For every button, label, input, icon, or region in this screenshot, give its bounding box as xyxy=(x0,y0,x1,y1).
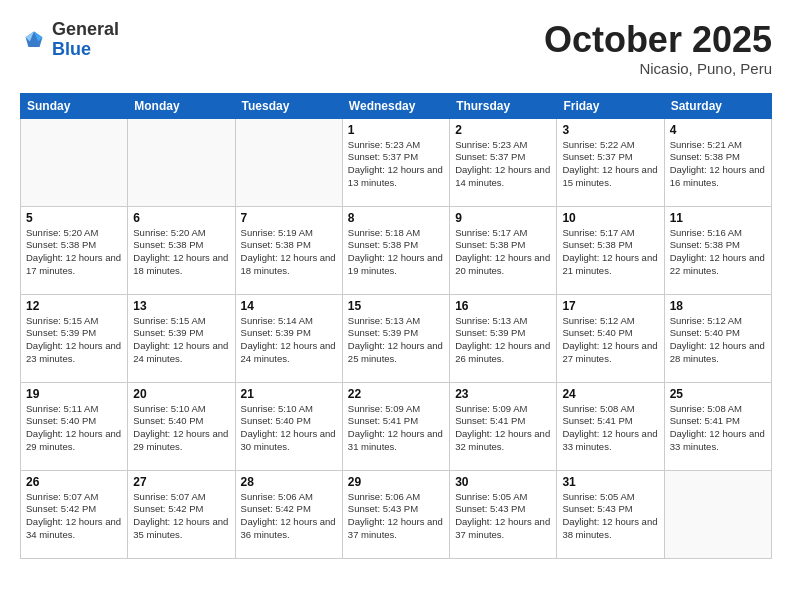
day-info: Sunrise: 5:22 AM Sunset: 5:37 PM Dayligh… xyxy=(562,139,658,190)
weekday-header-row: SundayMondayTuesdayWednesdayThursdayFrid… xyxy=(21,93,772,118)
day-cell-17: 17Sunrise: 5:12 AM Sunset: 5:40 PM Dayli… xyxy=(557,294,664,382)
day-info: Sunrise: 5:06 AM Sunset: 5:42 PM Dayligh… xyxy=(241,491,337,542)
day-info: Sunrise: 5:08 AM Sunset: 5:41 PM Dayligh… xyxy=(670,403,766,454)
day-info: Sunrise: 5:09 AM Sunset: 5:41 PM Dayligh… xyxy=(348,403,444,454)
day-number: 4 xyxy=(670,123,766,137)
day-cell-10: 10Sunrise: 5:17 AM Sunset: 5:38 PM Dayli… xyxy=(557,206,664,294)
day-cell-9: 9Sunrise: 5:17 AM Sunset: 5:38 PM Daylig… xyxy=(450,206,557,294)
calendar-table: SundayMondayTuesdayWednesdayThursdayFrid… xyxy=(20,93,772,559)
logo: General Blue xyxy=(20,20,119,60)
location-subtitle: Nicasio, Puno, Peru xyxy=(544,60,772,77)
day-cell-18: 18Sunrise: 5:12 AM Sunset: 5:40 PM Dayli… xyxy=(664,294,771,382)
day-number: 10 xyxy=(562,211,658,225)
week-row-1: 1Sunrise: 5:23 AM Sunset: 5:37 PM Daylig… xyxy=(21,118,772,206)
day-info: Sunrise: 5:08 AM Sunset: 5:41 PM Dayligh… xyxy=(562,403,658,454)
weekday-header-wednesday: Wednesday xyxy=(342,93,449,118)
day-number: 18 xyxy=(670,299,766,313)
day-info: Sunrise: 5:18 AM Sunset: 5:38 PM Dayligh… xyxy=(348,227,444,278)
day-cell-22: 22Sunrise: 5:09 AM Sunset: 5:41 PM Dayli… xyxy=(342,382,449,470)
day-cell-14: 14Sunrise: 5:14 AM Sunset: 5:39 PM Dayli… xyxy=(235,294,342,382)
day-number: 25 xyxy=(670,387,766,401)
day-cell-6: 6Sunrise: 5:20 AM Sunset: 5:38 PM Daylig… xyxy=(128,206,235,294)
day-number: 19 xyxy=(26,387,122,401)
day-number: 8 xyxy=(348,211,444,225)
weekday-header-friday: Friday xyxy=(557,93,664,118)
day-cell-29: 29Sunrise: 5:06 AM Sunset: 5:43 PM Dayli… xyxy=(342,470,449,558)
logo-icon xyxy=(20,26,48,54)
day-info: Sunrise: 5:17 AM Sunset: 5:38 PM Dayligh… xyxy=(562,227,658,278)
day-number: 30 xyxy=(455,475,551,489)
day-cell-15: 15Sunrise: 5:13 AM Sunset: 5:39 PM Dayli… xyxy=(342,294,449,382)
title-section: October 2025 Nicasio, Puno, Peru xyxy=(544,20,772,77)
day-number: 22 xyxy=(348,387,444,401)
day-cell-empty xyxy=(21,118,128,206)
day-cell-7: 7Sunrise: 5:19 AM Sunset: 5:38 PM Daylig… xyxy=(235,206,342,294)
day-number: 20 xyxy=(133,387,229,401)
day-info: Sunrise: 5:05 AM Sunset: 5:43 PM Dayligh… xyxy=(455,491,551,542)
day-info: Sunrise: 5:11 AM Sunset: 5:40 PM Dayligh… xyxy=(26,403,122,454)
week-row-3: 12Sunrise: 5:15 AM Sunset: 5:39 PM Dayli… xyxy=(21,294,772,382)
logo-text: General Blue xyxy=(52,20,119,60)
day-info: Sunrise: 5:13 AM Sunset: 5:39 PM Dayligh… xyxy=(348,315,444,366)
day-number: 9 xyxy=(455,211,551,225)
day-cell-3: 3Sunrise: 5:22 AM Sunset: 5:37 PM Daylig… xyxy=(557,118,664,206)
day-number: 12 xyxy=(26,299,122,313)
day-cell-26: 26Sunrise: 5:07 AM Sunset: 5:42 PM Dayli… xyxy=(21,470,128,558)
day-number: 11 xyxy=(670,211,766,225)
week-row-5: 26Sunrise: 5:07 AM Sunset: 5:42 PM Dayli… xyxy=(21,470,772,558)
day-cell-31: 31Sunrise: 5:05 AM Sunset: 5:43 PM Dayli… xyxy=(557,470,664,558)
day-info: Sunrise: 5:05 AM Sunset: 5:43 PM Dayligh… xyxy=(562,491,658,542)
day-number: 13 xyxy=(133,299,229,313)
weekday-header-monday: Monday xyxy=(128,93,235,118)
day-info: Sunrise: 5:10 AM Sunset: 5:40 PM Dayligh… xyxy=(133,403,229,454)
day-info: Sunrise: 5:15 AM Sunset: 5:39 PM Dayligh… xyxy=(26,315,122,366)
day-cell-27: 27Sunrise: 5:07 AM Sunset: 5:42 PM Dayli… xyxy=(128,470,235,558)
day-info: Sunrise: 5:12 AM Sunset: 5:40 PM Dayligh… xyxy=(562,315,658,366)
day-cell-16: 16Sunrise: 5:13 AM Sunset: 5:39 PM Dayli… xyxy=(450,294,557,382)
day-info: Sunrise: 5:06 AM Sunset: 5:43 PM Dayligh… xyxy=(348,491,444,542)
day-info: Sunrise: 5:21 AM Sunset: 5:38 PM Dayligh… xyxy=(670,139,766,190)
day-number: 14 xyxy=(241,299,337,313)
day-number: 1 xyxy=(348,123,444,137)
day-cell-20: 20Sunrise: 5:10 AM Sunset: 5:40 PM Dayli… xyxy=(128,382,235,470)
week-row-2: 5Sunrise: 5:20 AM Sunset: 5:38 PM Daylig… xyxy=(21,206,772,294)
day-cell-empty xyxy=(235,118,342,206)
day-number: 31 xyxy=(562,475,658,489)
day-cell-11: 11Sunrise: 5:16 AM Sunset: 5:38 PM Dayli… xyxy=(664,206,771,294)
weekday-header-tuesday: Tuesday xyxy=(235,93,342,118)
day-info: Sunrise: 5:16 AM Sunset: 5:38 PM Dayligh… xyxy=(670,227,766,278)
day-number: 15 xyxy=(348,299,444,313)
day-cell-19: 19Sunrise: 5:11 AM Sunset: 5:40 PM Dayli… xyxy=(21,382,128,470)
day-number: 26 xyxy=(26,475,122,489)
logo-blue: Blue xyxy=(52,39,91,59)
day-number: 3 xyxy=(562,123,658,137)
day-number: 27 xyxy=(133,475,229,489)
day-info: Sunrise: 5:07 AM Sunset: 5:42 PM Dayligh… xyxy=(133,491,229,542)
day-cell-28: 28Sunrise: 5:06 AM Sunset: 5:42 PM Dayli… xyxy=(235,470,342,558)
day-number: 24 xyxy=(562,387,658,401)
day-cell-23: 23Sunrise: 5:09 AM Sunset: 5:41 PM Dayli… xyxy=(450,382,557,470)
day-cell-24: 24Sunrise: 5:08 AM Sunset: 5:41 PM Dayli… xyxy=(557,382,664,470)
day-number: 17 xyxy=(562,299,658,313)
day-info: Sunrise: 5:09 AM Sunset: 5:41 PM Dayligh… xyxy=(455,403,551,454)
day-cell-empty xyxy=(664,470,771,558)
weekday-header-saturday: Saturday xyxy=(664,93,771,118)
day-number: 5 xyxy=(26,211,122,225)
day-cell-13: 13Sunrise: 5:15 AM Sunset: 5:39 PM Dayli… xyxy=(128,294,235,382)
day-info: Sunrise: 5:13 AM Sunset: 5:39 PM Dayligh… xyxy=(455,315,551,366)
day-info: Sunrise: 5:20 AM Sunset: 5:38 PM Dayligh… xyxy=(133,227,229,278)
day-number: 23 xyxy=(455,387,551,401)
day-info: Sunrise: 5:19 AM Sunset: 5:38 PM Dayligh… xyxy=(241,227,337,278)
day-number: 28 xyxy=(241,475,337,489)
day-info: Sunrise: 5:23 AM Sunset: 5:37 PM Dayligh… xyxy=(455,139,551,190)
weekday-header-sunday: Sunday xyxy=(21,93,128,118)
day-info: Sunrise: 5:07 AM Sunset: 5:42 PM Dayligh… xyxy=(26,491,122,542)
day-info: Sunrise: 5:12 AM Sunset: 5:40 PM Dayligh… xyxy=(670,315,766,366)
day-cell-5: 5Sunrise: 5:20 AM Sunset: 5:38 PM Daylig… xyxy=(21,206,128,294)
month-title: October 2025 xyxy=(544,20,772,60)
day-number: 7 xyxy=(241,211,337,225)
day-cell-1: 1Sunrise: 5:23 AM Sunset: 5:37 PM Daylig… xyxy=(342,118,449,206)
day-cell-4: 4Sunrise: 5:21 AM Sunset: 5:38 PM Daylig… xyxy=(664,118,771,206)
day-info: Sunrise: 5:14 AM Sunset: 5:39 PM Dayligh… xyxy=(241,315,337,366)
weekday-header-thursday: Thursday xyxy=(450,93,557,118)
